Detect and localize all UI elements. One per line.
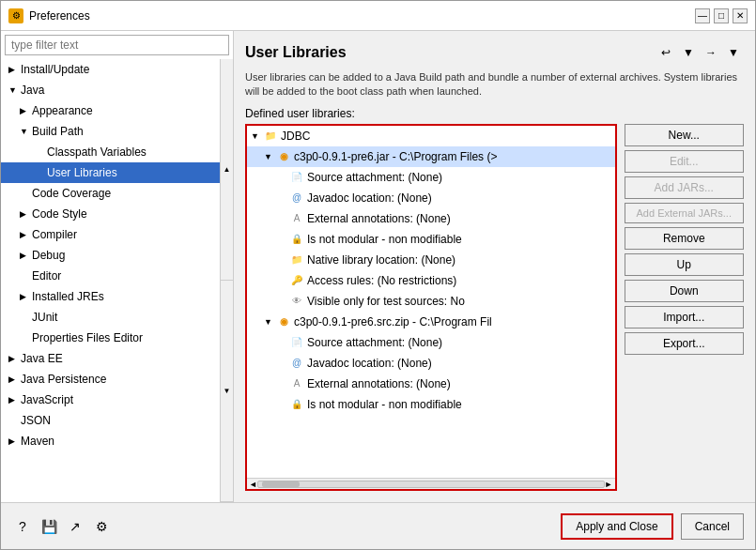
list-item[interactable]: A External annotations: (None) xyxy=(247,208,615,229)
sidebar-item-install-update[interactable]: ▶ Install/Update xyxy=(1,59,220,80)
sidebar-item-javascript[interactable]: ▶ JavaScript xyxy=(1,390,220,410)
horizontal-scrollbar[interactable]: ◄ ► xyxy=(247,478,615,489)
sidebar-item-maven[interactable]: ▶ Maven xyxy=(1,431,220,451)
expand-icon: ▶ xyxy=(8,350,18,367)
export-button[interactable]: Export... xyxy=(625,332,745,355)
sidebar-item-build-path[interactable]: ▼ Build Path xyxy=(1,121,220,142)
down-button[interactable]: Down xyxy=(625,280,745,302)
lib-label: c3p0-0.9.1-pre6.jar - C:\Program Files (… xyxy=(294,148,497,165)
content-area: ▶ Install/Update ▼ Java ▶ Appearance ▼ B… xyxy=(1,31,755,502)
title-bar-left: ⚙ Preferences xyxy=(8,8,90,23)
main-panel: User Libraries ↩ ▼ → ▼ User libr xyxy=(234,31,755,502)
sidebar-item-appearance[interactable]: ▶ Appearance xyxy=(1,100,220,121)
sidebar-item-editor[interactable]: Editor xyxy=(1,266,220,286)
up-button[interactable]: Up xyxy=(625,253,745,276)
list-item[interactable]: 📁 Native library location: (None) xyxy=(247,250,615,270)
list-buttons-row: ▼ 📁 JDBC ▼ ◉ c3p0-0.9.1-pre6.jar - C:\Pr… xyxy=(245,124,744,491)
restore-icon[interactable]: ↗ xyxy=(65,516,85,537)
scroll-right-arrow[interactable]: ► xyxy=(605,480,613,489)
native-icon: 📁 xyxy=(290,253,303,267)
list-item[interactable]: 📄 Source attachment: (None) xyxy=(247,332,615,353)
sidebar-item-json[interactable]: JSON xyxy=(1,410,220,431)
page-title: User Libraries xyxy=(245,44,347,61)
expand-icon: ▶ xyxy=(20,226,29,243)
expand-icon: ▶ xyxy=(20,206,29,222)
anno-icon: A xyxy=(290,212,303,225)
filter-input[interactable] xyxy=(5,35,229,55)
more-icon: ▼ xyxy=(728,46,739,59)
expand-icon: ▼ xyxy=(264,148,273,165)
edit-button[interactable]: Edit... xyxy=(625,150,745,173)
sidebar-item-label: Editor xyxy=(32,267,61,284)
list-item[interactable]: A External annotations: (None) xyxy=(247,374,615,394)
expand-icon: ▶ xyxy=(8,61,18,78)
lib-label: c3p0-0.9.1-pre6.src.zip - C:\Program Fil xyxy=(294,313,492,330)
list-item[interactable]: @ Javadoc location: (None) xyxy=(247,188,615,208)
sidebar-item-compiler[interactable]: ▶ Compiler xyxy=(1,224,220,245)
sidebar-item-installed-jres[interactable]: ▶ Installed JREs xyxy=(1,286,220,307)
sidebar-item-label: Install/Update xyxy=(21,61,89,78)
apply-close-button[interactable]: Apply and Close xyxy=(561,513,672,540)
library-list[interactable]: ▼ 📁 JDBC ▼ ◉ c3p0-0.9.1-pre6.jar - C:\Pr… xyxy=(247,126,615,478)
list-item[interactable]: ▼ ◉ c3p0-0.9.1-pre6.jar - C:\Program Fil… xyxy=(247,146,615,167)
add-external-jars-button[interactable]: Add External JARs... xyxy=(625,203,745,223)
back-button[interactable]: ↩ xyxy=(656,42,676,63)
settings-icon[interactable]: ⚙ xyxy=(91,516,112,537)
footer: ? 💾 ↗ ⚙ Apply and Close Cancel xyxy=(1,502,755,549)
sidebar-item-user-libraries[interactable]: User Libraries xyxy=(1,162,220,183)
list-item[interactable]: 🔒 Is not modular - non modifiable xyxy=(247,229,615,250)
scroll-track[interactable] xyxy=(257,481,605,488)
minimize-button[interactable]: — xyxy=(695,8,710,23)
remove-button[interactable]: Remove xyxy=(625,227,745,250)
new-button[interactable]: New... xyxy=(625,124,745,146)
footer-buttons: Apply and Close Cancel xyxy=(561,513,744,540)
sidebar-item-debug[interactable]: ▶ Debug xyxy=(1,245,220,266)
sidebar-item-classpath-variables[interactable]: Classpath Variables xyxy=(1,142,220,162)
list-item[interactable]: 📄 Source attachment: (None) xyxy=(247,167,615,188)
dropdown-button[interactable]: ▼ xyxy=(678,42,699,63)
folder-icon: 📁 xyxy=(264,130,277,143)
app-icon: ⚙ xyxy=(8,8,23,23)
scroll-down[interactable]: ▼ xyxy=(221,281,233,502)
cancel-button[interactable]: Cancel xyxy=(681,513,744,540)
sidebar-item-java-ee[interactable]: ▶ Java EE xyxy=(1,348,220,369)
help-icon[interactable]: ? xyxy=(12,516,33,537)
sidebar-item-label: Code Coverage xyxy=(32,185,111,202)
lib-label: Javadoc location: (None) xyxy=(307,190,432,206)
add-jars-button[interactable]: Add JARs... xyxy=(625,176,745,199)
list-item[interactable]: @ Javadoc location: (None) xyxy=(247,353,615,374)
modular-icon: 🔒 xyxy=(290,233,303,246)
access-icon: 🔑 xyxy=(290,274,303,287)
preferences-window: ⚙ Preferences — □ ✕ ▶ Install/Update ▼ xyxy=(0,0,756,550)
sidebar-item-label: User Libraries xyxy=(47,164,117,181)
modular-icon: 🔒 xyxy=(290,398,303,411)
scroll-up[interactable]: ▲ xyxy=(221,59,233,281)
expand-icon: ▼ xyxy=(251,128,260,145)
close-button[interactable]: ✕ xyxy=(733,8,748,23)
import-button[interactable]: Import... xyxy=(625,306,745,328)
main-header: User Libraries ↩ ▼ → ▼ xyxy=(245,42,744,63)
save-icon[interactable]: 💾 xyxy=(39,516,59,537)
sidebar-item-code-style[interactable]: ▶ Code Style xyxy=(1,204,220,224)
sidebar-item-properties-files-editor[interactable]: Properties Files Editor xyxy=(1,328,220,348)
forward-button[interactable]: → xyxy=(701,42,721,63)
expand-icon: ▼ xyxy=(20,123,29,140)
sidebar-item-junit[interactable]: JUnit xyxy=(1,307,220,328)
list-item[interactable]: 🔑 Access rules: (No restrictions) xyxy=(247,270,615,291)
sidebar-item-java[interactable]: ▼ Java xyxy=(1,80,220,100)
dropdown-icon: ▼ xyxy=(683,46,694,59)
list-item[interactable]: ▼ 📁 JDBC xyxy=(247,126,615,146)
sidebar-item-code-coverage[interactable]: Code Coverage xyxy=(1,183,220,204)
more-button[interactable]: ▼ xyxy=(723,42,744,63)
javadoc-icon: @ xyxy=(290,191,303,205)
list-item[interactable]: 👁 Visible only for test sources: No xyxy=(247,291,615,312)
sidebar-item-java-persistence[interactable]: ▶ Java Persistence xyxy=(1,369,220,390)
list-item[interactable]: ▼ ◉ c3p0-0.9.1-pre6.src.zip - C:\Program… xyxy=(247,312,615,332)
sidebar-item-label: Build Path xyxy=(32,123,84,140)
scroll-left-arrow[interactable]: ◄ xyxy=(249,480,257,489)
scroll-thumb[interactable] xyxy=(262,481,300,487)
footer-icons: ? 💾 ↗ ⚙ xyxy=(12,516,112,537)
expand-icon: ▼ xyxy=(264,313,273,330)
list-item[interactable]: 🔒 Is not modular - non modifiable xyxy=(247,394,615,415)
maximize-button[interactable]: □ xyxy=(714,8,729,23)
